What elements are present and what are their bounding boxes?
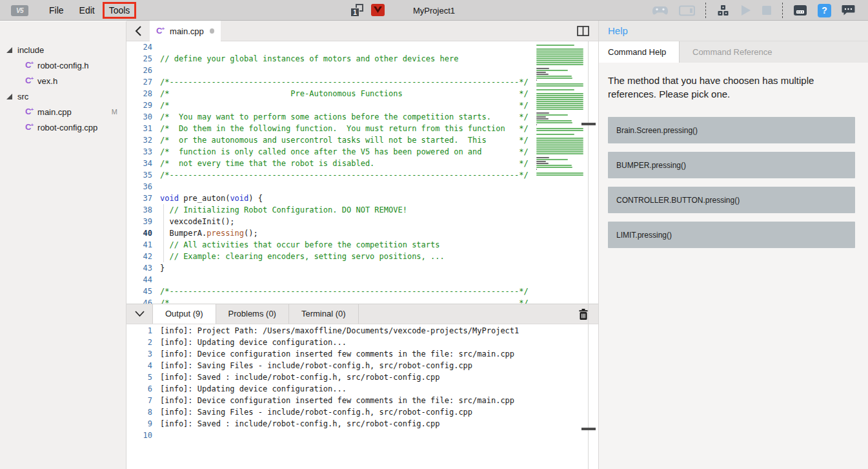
- line-number: 30: [126, 111, 160, 123]
- tab-main-cpp[interactable]: C+ main.cpp: [150, 21, 221, 41]
- code-line: 41 // All activities that occur before t…: [126, 239, 598, 251]
- editor-scrollbar-thumb[interactable]: [581, 123, 596, 125]
- code-line: 35/*------------------------------------…: [126, 169, 598, 181]
- code-text: /* or the autonomous and usercontrol tas…: [160, 134, 529, 146]
- output-line: 3[info]: Device configuration inserted f…: [126, 348, 587, 360]
- code-line: 28/* Pre-Autonomous Functions */: [126, 88, 598, 99]
- help-option-brain[interactable]: Brain.Screen.pressing(): [608, 117, 855, 143]
- file-explorer: includeC+robot-config.hC+vex.hsrcC+main.…: [0, 21, 126, 469]
- code-text: /*--------------------------------------…: [160, 286, 529, 297]
- tree-item-vex-h[interactable]: C+vex.h: [0, 73, 126, 89]
- split-view-icon[interactable]: [577, 26, 589, 39]
- tree-item-include[interactable]: include: [0, 42, 126, 57]
- code-text: // define your global instances of motor…: [160, 53, 458, 65]
- tab-problems[interactable]: Problems (0): [216, 304, 289, 324]
- code-text: // Example: clearing encoders, setting s…: [160, 251, 445, 262]
- tab-terminal[interactable]: Terminal (0): [289, 304, 359, 324]
- output-scrollbar-thumb[interactable]: [581, 428, 596, 430]
- output-line-number: 10: [126, 430, 160, 441]
- help-option-limit[interactable]: LIMIT.pressing(): [608, 222, 855, 248]
- code-text: // Initializing Robot Configuration. DO …: [160, 204, 407, 216]
- bottom-panel-tab-bar: Output (9)Problems (0)Terminal (0): [126, 304, 598, 324]
- line-number: 25: [126, 53, 160, 65]
- code-line: 37void pre_auton(void) {: [126, 193, 598, 204]
- modified-badge: M: [112, 108, 117, 116]
- output-line: 7[info]: Device configuration inserted f…: [126, 395, 587, 406]
- toolbar: ?: [647, 0, 860, 21]
- line-number: 42: [126, 251, 160, 262]
- code-line: 36: [126, 181, 598, 193]
- code-line: 42 // Example: clearing encoders, settin…: [126, 251, 598, 262]
- output-line-number: 5: [126, 371, 160, 383]
- modified-dot-icon: [210, 28, 214, 34]
- help-option-bumper[interactable]: BUMPER.pressing(): [608, 152, 855, 178]
- output-text: [info]: Project Path: /Users/maxoffline/…: [160, 325, 519, 337]
- run-icon: [740, 5, 751, 16]
- help-message: The method that you have choosen has mul…: [599, 63, 844, 101]
- output-text: [info]: Saved : include/robot-config.h, …: [160, 418, 439, 430]
- tab-output[interactable]: Output (9): [152, 304, 216, 324]
- toolbar-separator: [705, 3, 706, 18]
- line-number: 31: [126, 123, 160, 134]
- tree-item-robot-config-h[interactable]: C+robot-config.h: [0, 57, 126, 73]
- line-number: 32: [126, 134, 160, 146]
- folder-expand-icon: [6, 47, 12, 53]
- clear-output-trash-icon[interactable]: [579, 309, 588, 323]
- menu-bar: V5 FileEditTools 1 MyProject1 ?: [0, 0, 868, 21]
- tree-item-src[interactable]: src: [0, 89, 126, 104]
- line-number: 27: [126, 76, 160, 88]
- tree-label: robot-config.cpp: [37, 123, 97, 132]
- line-number: 44: [126, 274, 160, 286]
- tab-command-reference[interactable]: Command Reference: [683, 41, 782, 63]
- output-line-number: 2: [126, 337, 160, 348]
- back-icon[interactable]: [134, 25, 142, 39]
- code-line: 29/* */: [126, 99, 598, 111]
- bottom-panel-tabs: Output (9)Problems (0)Terminal (0): [152, 304, 359, 324]
- minimap[interactable]: [536, 43, 585, 176]
- help-icon[interactable]: ?: [818, 4, 831, 17]
- device-info-icon[interactable]: [793, 5, 807, 16]
- tree-label: vex.h: [37, 76, 57, 86]
- cpp-file-icon: C+: [25, 107, 34, 116]
- output-console[interactable]: 1[info]: Project Path: /Users/maxoffline…: [126, 324, 587, 469]
- tree-item-main-cpp[interactable]: C+main.cppM: [0, 104, 126, 120]
- output-line-number: 1: [126, 325, 160, 337]
- tab-command-help[interactable]: Command Help: [599, 41, 680, 63]
- editor-column: C+ main.cpp 2425// define your global in…: [126, 21, 598, 469]
- line-number: 29: [126, 99, 160, 111]
- tree-item-robot-config-cpp[interactable]: C+robot-config.cpp: [0, 120, 126, 135]
- code-editor[interactable]: 2425// define your global instances of m…: [126, 41, 598, 304]
- help-panel-title: Help: [608, 25, 628, 36]
- cpp-file-icon: C+: [25, 60, 34, 70]
- code-text: /* not every time that the robot is disa…: [160, 158, 529, 169]
- output-line: 5[info]: Saved : include/robot-config.h,…: [126, 371, 587, 383]
- line-number: 41: [126, 239, 160, 251]
- code-line: 26: [126, 65, 598, 76]
- output-line-number: 6: [126, 383, 160, 395]
- cpp-file-icon: C+: [156, 26, 165, 36]
- output-line: 8[info]: Saving Files - include/robot-co…: [126, 406, 587, 418]
- code-line: 40 BumperA.pressing();: [126, 227, 598, 239]
- output-text: [info]: Updating device configuration...: [160, 337, 347, 348]
- indent-guide: [163, 204, 164, 262]
- code-line: 25// define your global instances of mot…: [126, 53, 598, 65]
- code-line: 33/* function is only called once after …: [126, 146, 598, 158]
- code-text: /* You may want to perform some actions …: [160, 111, 529, 123]
- line-number: 34: [126, 158, 160, 169]
- scrollbar-track: [588, 41, 589, 469]
- feedback-icon[interactable]: [842, 5, 855, 16]
- download-icon[interactable]: [716, 5, 730, 16]
- line-number: 39: [126, 216, 160, 227]
- code-text: /*--------------------------------------…: [160, 169, 529, 181]
- help-option-controller[interactable]: CONTROLLER.BUTTON.pressing(): [608, 187, 855, 213]
- output-line: 2[info]: Updating device configuration..…: [126, 337, 587, 348]
- collapse-panel-icon[interactable]: [126, 304, 152, 324]
- output-line: 1[info]: Project Path: /Users/maxoffline…: [126, 325, 587, 337]
- code-text: /* */: [160, 99, 529, 111]
- line-number: 28: [126, 88, 160, 99]
- code-line: 32/* or the autonomous and usercontrol t…: [126, 134, 598, 146]
- help-options: Brain.Screen.pressing()BUMPER.pressing()…: [608, 117, 859, 248]
- tree-label: robot-config.h: [37, 61, 89, 70]
- line-number: 38: [126, 204, 160, 216]
- line-number: 24: [126, 41, 160, 53]
